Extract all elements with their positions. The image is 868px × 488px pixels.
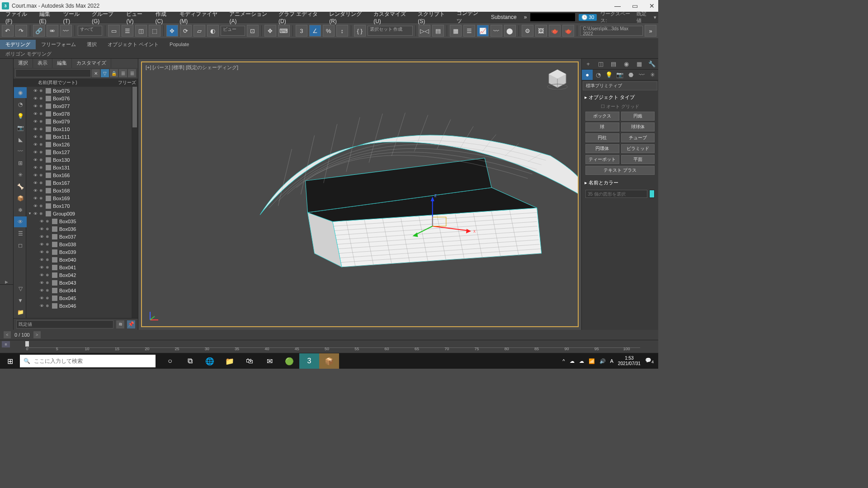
scene-tool1[interactable]: ☰ bbox=[119, 69, 127, 77]
ribbon-panel-label[interactable]: ポリゴン モデリング bbox=[0, 50, 658, 59]
filter-frozen-icon[interactable]: ❄ bbox=[14, 205, 27, 216]
menu-rendering[interactable]: レンダリング(R) bbox=[326, 9, 370, 25]
freeze-icon[interactable]: ❄ bbox=[38, 180, 44, 186]
freeze-icon[interactable]: ❄ bbox=[38, 103, 44, 109]
scene-item-Box044[interactable]: 👁❄Box044 bbox=[26, 286, 138, 294]
filter-light-icon[interactable]: 💡 bbox=[14, 111, 27, 122]
btn-cone[interactable]: 円錐 bbox=[621, 112, 655, 121]
scene-item-Box170[interactable]: 👁❄Box170 bbox=[26, 202, 138, 210]
scene-lock-button[interactable]: 🔒 bbox=[110, 69, 118, 77]
freeze-icon[interactable]: ❄ bbox=[38, 88, 44, 94]
scene-item-Group009[interactable]: ▼👁❄Group009 bbox=[26, 210, 138, 217]
task-3dsmax-icon[interactable]: 3 bbox=[299, 353, 319, 369]
menu-content[interactable]: コンテンツ bbox=[453, 9, 485, 26]
freeze-icon[interactable]: ❄ bbox=[38, 196, 44, 201]
menu-animation[interactable]: アニメーション(A) bbox=[226, 9, 274, 25]
tray-ime-icon[interactable]: A bbox=[610, 358, 613, 364]
minimize-button[interactable]: — bbox=[613, 1, 622, 10]
visibility-icon[interactable]: 👁 bbox=[33, 180, 38, 186]
visibility-icon[interactable]: 👁 bbox=[33, 157, 38, 163]
freeze-icon[interactable]: ❄ bbox=[45, 242, 50, 247]
scene-item-Box042[interactable]: 👁❄Box042 bbox=[26, 271, 138, 279]
freeze-icon[interactable]: ❄ bbox=[38, 142, 44, 147]
angle-snap-button[interactable]: ∠ bbox=[309, 25, 321, 37]
align-button[interactable]: ▤ bbox=[432, 25, 444, 37]
scene-tool2[interactable]: ☰ bbox=[128, 69, 136, 77]
menu-script[interactable]: スクリプト(S) bbox=[414, 9, 453, 25]
freeze-icon[interactable]: ❄ bbox=[45, 226, 50, 232]
visibility-icon[interactable]: 👁 bbox=[33, 150, 38, 155]
undo-button[interactable]: ↶ bbox=[2, 25, 14, 37]
filter-hidden-icon[interactable]: 👁 bbox=[14, 216, 27, 227]
tab-display-icon[interactable]: ▦ bbox=[633, 59, 646, 69]
btn-pyramid[interactable]: ピラミッド bbox=[621, 144, 655, 153]
link-button[interactable]: 🔗 bbox=[33, 25, 45, 37]
filter-bone-icon[interactable]: 🦴 bbox=[14, 181, 27, 192]
menu-customize[interactable]: カスタマイズ(U) bbox=[370, 9, 414, 25]
freeze-icon[interactable]: ❄ bbox=[45, 234, 50, 239]
scene-item-Box076[interactable]: 👁❄Box076 bbox=[26, 94, 138, 102]
scene-item-Box079[interactable]: 👁❄Box079 bbox=[26, 117, 138, 125]
scale-button[interactable]: ▱ bbox=[193, 25, 205, 37]
window-crossing-button[interactable]: ⬚ bbox=[149, 25, 160, 37]
scene-item-Box041[interactable]: 👁❄Box041 bbox=[26, 263, 138, 271]
visibility-icon[interactable]: 👁 bbox=[39, 272, 44, 278]
task-app-icon[interactable]: 📦 bbox=[319, 353, 339, 369]
filter-xref-icon[interactable]: ✳ bbox=[14, 169, 27, 180]
btn-textplus[interactable]: テキスト プラス bbox=[585, 166, 655, 175]
scene-item-Box077[interactable]: 👁❄Box077 bbox=[26, 102, 138, 110]
viewport-perspective[interactable]: [+] [パース] [標準] [既定のシェーディング] bbox=[141, 61, 579, 327]
visibility-icon[interactable]: 👁 bbox=[39, 303, 44, 309]
filter-group-icon[interactable]: ⊞ bbox=[14, 158, 27, 169]
filter-helper-icon[interactable]: ◣ bbox=[14, 134, 27, 145]
color-swatch[interactable] bbox=[649, 190, 655, 198]
visibility-icon[interactable]: 👁 bbox=[39, 288, 44, 293]
expander-handle[interactable]: ▶ bbox=[0, 59, 13, 285]
visibility-icon[interactable]: 👁 bbox=[33, 88, 38, 94]
btn-sphere[interactable]: 球 bbox=[585, 122, 619, 131]
workspace-dropdown-icon[interactable]: ▾ bbox=[654, 14, 656, 20]
menu-tools[interactable]: ツール(T) bbox=[60, 9, 88, 25]
cat-geometry-icon[interactable]: ● bbox=[582, 70, 593, 80]
scene-item-Box043[interactable]: 👁❄Box043 bbox=[26, 279, 138, 286]
freeze-icon[interactable]: ❄ bbox=[45, 303, 50, 309]
cat-systems-icon[interactable]: ✳ bbox=[647, 70, 658, 80]
autogrid-checkbox[interactable]: ☐ オート グリッド bbox=[584, 103, 656, 111]
btn-torus[interactable]: 円環体 bbox=[585, 144, 619, 153]
filter-folder-icon[interactable]: 📁 bbox=[14, 307, 27, 318]
keyboard-button[interactable]: ⌨ bbox=[278, 25, 290, 37]
scene-item-Box035[interactable]: 👁❄Box035 bbox=[26, 217, 138, 225]
scene-item-Box166[interactable]: 👁❄Box166 bbox=[26, 171, 138, 179]
freeze-icon[interactable]: ❄ bbox=[38, 165, 44, 170]
task-taskview-icon[interactable]: ⧉ bbox=[180, 353, 200, 369]
editnamed-button[interactable]: { } bbox=[354, 25, 366, 37]
scene-search-filter[interactable]: ▽ bbox=[101, 69, 109, 77]
filter-warp-icon[interactable]: 〰 bbox=[14, 146, 27, 157]
freeze-icon[interactable]: ❄ bbox=[38, 173, 44, 178]
task-store-icon[interactable]: 🛍 bbox=[240, 353, 259, 369]
scene-item-Box036[interactable]: 👁❄Box036 bbox=[26, 225, 138, 233]
visibility-icon[interactable]: 👁 bbox=[39, 257, 44, 263]
cat-lights-icon[interactable]: 💡 bbox=[604, 70, 614, 80]
visibility-icon[interactable]: 👁 bbox=[33, 96, 38, 101]
tray-up-icon[interactable]: ^ bbox=[562, 358, 565, 364]
menu-edit[interactable]: 編集(E) bbox=[36, 9, 60, 25]
scene-item-Box045[interactable]: 👁❄Box045 bbox=[26, 294, 138, 302]
selection-filter[interactable]: すべて bbox=[78, 26, 102, 36]
snap-3-button[interactable]: 3 bbox=[296, 25, 307, 37]
move-button[interactable]: ✥ bbox=[166, 25, 178, 37]
scene-item-Box126[interactable]: 👁❄Box126 bbox=[26, 141, 138, 148]
scene-item-Box169[interactable]: 👁❄Box169 bbox=[26, 194, 138, 202]
menu-overflow[interactable]: » bbox=[520, 13, 531, 21]
scene-item-Box038[interactable]: 👁❄Box038 bbox=[26, 240, 138, 248]
visibility-icon[interactable]: 👁 bbox=[33, 211, 38, 216]
trackbar-toggle[interactable]: ≡ bbox=[2, 341, 10, 347]
freeze-icon[interactable]: ❄ bbox=[38, 211, 44, 216]
scene-sort-label[interactable]: 名前(昇順でソート) bbox=[15, 80, 118, 86]
unlink-button[interactable]: ⚮ bbox=[47, 25, 58, 37]
btn-plane[interactable]: 平面 bbox=[621, 155, 655, 164]
scene-item-Box040[interactable]: 👁❄Box040 bbox=[26, 256, 138, 263]
visibility-icon[interactable]: 👁 bbox=[39, 219, 44, 224]
menu-substance[interactable]: Substance bbox=[487, 13, 520, 21]
scene-item-Box037[interactable]: 👁❄Box037 bbox=[26, 233, 138, 240]
